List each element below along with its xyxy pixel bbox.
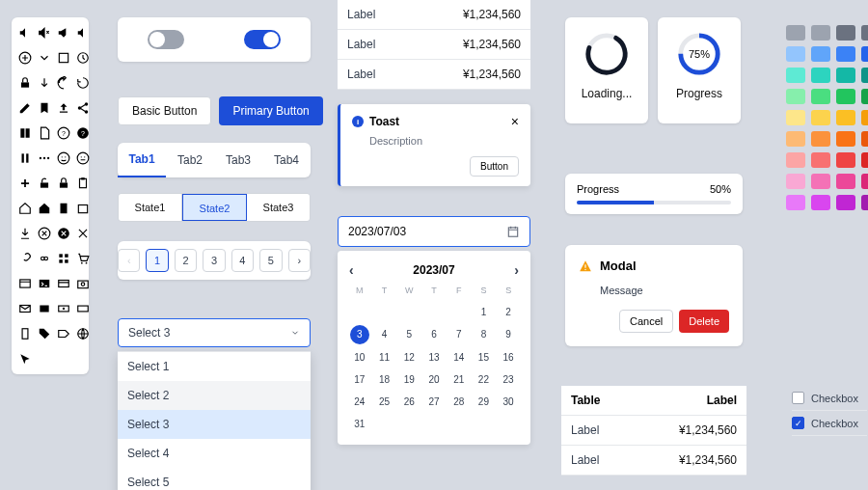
option-2[interactable]: Select 2 — [118, 381, 311, 410]
date-input[interactable]: 2023/07/03 — [338, 216, 530, 247]
color-swatch[interactable] — [811, 46, 830, 62]
color-swatch[interactable] — [811, 152, 830, 168]
color-swatch[interactable] — [861, 195, 868, 210]
option-4[interactable]: Select 4 — [118, 439, 311, 468]
color-swatch[interactable] — [786, 110, 805, 125]
svg-rect-30 — [59, 254, 63, 258]
segmented-control: State1 State2 State3 — [118, 193, 311, 222]
state-3[interactable]: State3 — [247, 194, 310, 221]
pager-next[interactable]: › — [288, 249, 311, 272]
bookmark-icon — [37, 100, 52, 116]
state-2[interactable]: State2 — [182, 194, 247, 221]
color-swatch[interactable] — [861, 89, 868, 104]
select-input[interactable]: Select 3 — [118, 318, 311, 347]
svg-rect-36 — [20, 280, 31, 287]
pager-1[interactable]: 1 — [146, 249, 168, 272]
svg-point-44 — [63, 308, 65, 310]
svg-rect-42 — [40, 306, 48, 313]
progress-bar-percent: 50% — [710, 183, 731, 195]
clock-icon — [75, 50, 91, 66]
color-swatch[interactable] — [836, 174, 855, 189]
color-swatch[interactable] — [836, 110, 855, 125]
color-swatch[interactable] — [811, 68, 830, 83]
delete-button[interactable]: Delete — [679, 310, 729, 333]
option-5[interactable]: Select 5 — [118, 468, 311, 490]
meh-icon — [75, 150, 91, 166]
table-row: Label¥1,234,560 — [338, 0, 530, 30]
color-swatch[interactable] — [861, 25, 868, 41]
checkbox-checked[interactable]: Checkbox — [792, 411, 867, 436]
volume-mute-icon — [56, 25, 71, 41]
home-outline-icon — [17, 201, 33, 216]
color-swatch[interactable] — [861, 152, 868, 168]
toast-button[interactable]: Button — [470, 156, 519, 177]
arrow-down-icon — [37, 75, 52, 91]
toast: i Toast × Description Button — [338, 104, 530, 186]
svg-text:?: ? — [62, 130, 66, 137]
color-swatch[interactable] — [861, 110, 868, 125]
tab-2[interactable]: Tab2 — [166, 144, 214, 177]
color-swatch[interactable] — [786, 152, 805, 168]
pager-3[interactable]: 3 — [203, 249, 225, 272]
color-swatch[interactable] — [836, 46, 855, 62]
color-swatch[interactable] — [811, 195, 830, 210]
close-icon[interactable]: × — [511, 114, 519, 129]
basic-button[interactable]: Basic Button — [118, 96, 211, 125]
tab-3[interactable]: Tab3 — [214, 144, 262, 177]
cal-prev[interactable]: ‹ — [349, 262, 354, 278]
badge-icon — [37, 301, 52, 316]
primary-button[interactable]: Primary Button — [219, 96, 322, 125]
progress-bar-label: Progress — [577, 183, 619, 195]
state-1[interactable]: State1 — [119, 194, 182, 221]
lock-closed-icon — [56, 176, 71, 191]
cal-next[interactable]: › — [514, 262, 519, 278]
toggle-on[interactable] — [244, 30, 281, 49]
color-swatch[interactable] — [786, 131, 805, 147]
color-swatch[interactable] — [786, 25, 805, 41]
option-3[interactable]: Select 3 — [118, 410, 311, 439]
svg-point-35 — [86, 262, 88, 264]
tab-4[interactable]: Tab4 — [262, 144, 311, 177]
svg-rect-1 — [59, 53, 68, 62]
color-swatch[interactable] — [861, 131, 868, 147]
color-swatch[interactable] — [811, 131, 830, 147]
color-swatch[interactable] — [786, 174, 805, 189]
color-swatch[interactable] — [786, 195, 805, 210]
color-swatch[interactable] — [836, 152, 855, 168]
checkbox-unchecked[interactable]: Checkbox — [792, 386, 867, 411]
pager-5[interactable]: 5 — [259, 249, 282, 272]
color-swatch[interactable] — [811, 25, 830, 41]
toggle-off[interactable] — [148, 30, 184, 49]
color-swatch[interactable] — [836, 68, 855, 83]
cal-day-selected[interactable]: 3 — [350, 325, 369, 344]
tab-1[interactable]: Tab1 — [118, 143, 166, 177]
color-swatch[interactable] — [836, 131, 855, 147]
calendar: ‹ 2023/07 › MTWTFSS 12 3456789 101112131… — [338, 251, 530, 445]
pager-2[interactable]: 2 — [175, 249, 197, 272]
color-swatch[interactable] — [836, 89, 855, 104]
color-swatch[interactable] — [786, 46, 805, 62]
svg-rect-32 — [59, 259, 63, 263]
pager-4[interactable]: 4 — [231, 249, 254, 272]
color-swatch[interactable] — [811, 110, 830, 125]
checkbox-icon — [792, 392, 804, 404]
color-swatch[interactable] — [861, 46, 868, 62]
color-swatch[interactable] — [811, 174, 830, 189]
color-swatch[interactable] — [811, 89, 830, 104]
color-swatch[interactable] — [836, 25, 855, 41]
pager-prev[interactable]: ‹ — [118, 249, 140, 272]
option-1[interactable]: Select 1 — [118, 352, 311, 381]
toggle-panel — [118, 17, 311, 62]
svg-point-14 — [43, 157, 45, 159]
color-swatch[interactable] — [861, 174, 868, 189]
svg-rect-48 — [508, 228, 517, 236]
close-filled-icon — [56, 226, 71, 241]
progress-label: Progress — [676, 87, 722, 100]
color-swatch[interactable] — [786, 68, 805, 83]
color-swatch[interactable] — [836, 195, 855, 210]
svg-point-18 — [65, 156, 66, 157]
refresh-icon — [56, 75, 71, 91]
color-swatch[interactable] — [861, 68, 868, 83]
color-swatch[interactable] — [786, 89, 805, 104]
cancel-button[interactable]: Cancel — [619, 310, 673, 333]
